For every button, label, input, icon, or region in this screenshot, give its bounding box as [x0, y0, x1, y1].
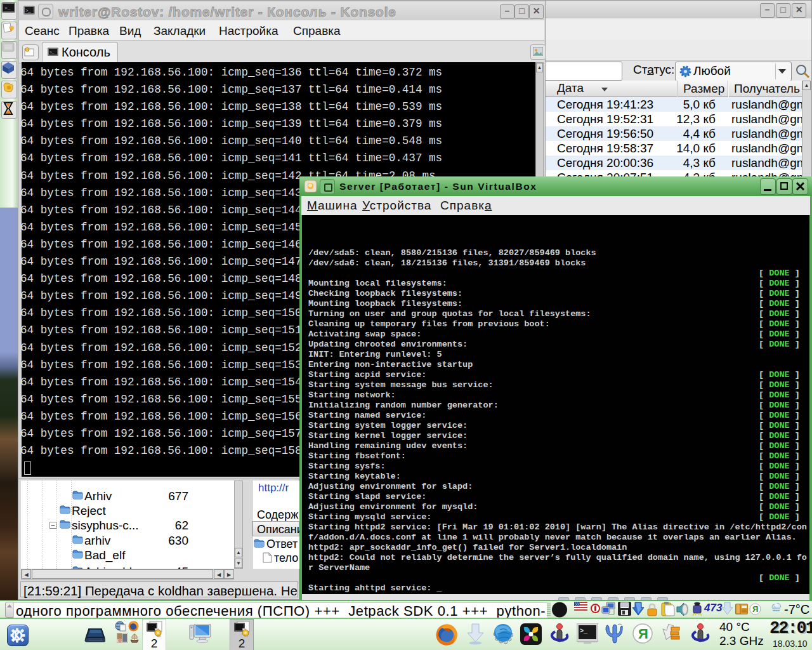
svg-text:>_: >_: [4, 5, 11, 11]
svg-text:>_: >_: [25, 8, 31, 13]
svg-text:>_: >_: [49, 50, 55, 55]
svg-text:Я: Я: [638, 626, 648, 642]
svg-text:Я: Я: [752, 604, 758, 614]
svg-text:>_: >_: [580, 628, 588, 635]
